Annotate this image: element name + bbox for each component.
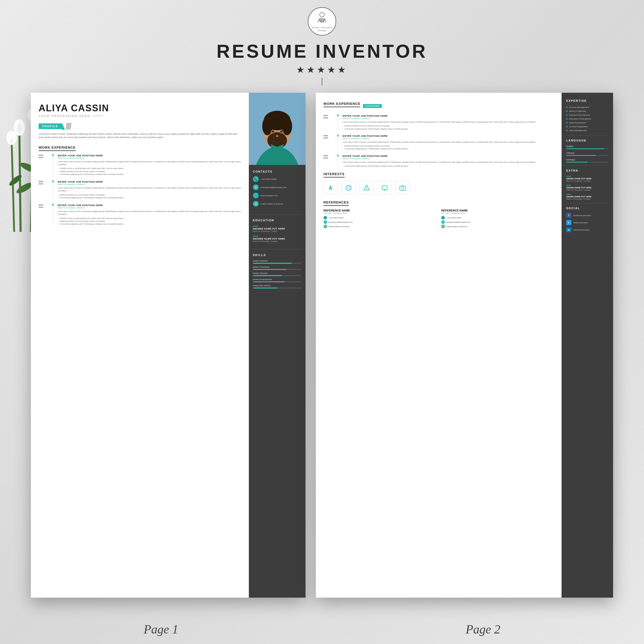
p2-work-entry-2: 2010 2014 ENTER YOUR JOB POSITION HERE N… [324, 134, 554, 150]
svg-rect-16 [319, 19, 325, 20]
expertise-dot-5 [566, 122, 567, 123]
page2-left-column: WORK EXPERIENCE CONTINUED 2010 2014 ENTE… [316, 93, 562, 598]
work-content-1: ENTER YOUR JOB POSITION HERE Name of Com… [58, 154, 241, 176]
skill-name-4: Adobe Dreamweaver [253, 278, 301, 281]
ref2-title: Job Title - Company name [441, 212, 554, 214]
main-title: Resume Inventor [217, 41, 428, 62]
work-entry-1: 2010 2014 ENTER YOUR JOB POSITION HERE N… [39, 154, 241, 176]
p2-work-dates-2: 2010 2014 [324, 134, 333, 150]
svg-rect-15 [319, 20, 325, 21]
expertise-dot-3 [566, 114, 567, 116]
education-title: EDUCATION [253, 219, 301, 222]
work-entry-3: 2010 2014 ENTER YOUR JOB POSITION HERE N… [39, 204, 241, 225]
svg-point-10 [6, 131, 17, 145]
p2-work-entry-1: 2010 2014 ENTER YOUR JOB POSITION HERE N… [324, 114, 554, 130]
work-dot-line-2 [51, 180, 55, 199]
ref2-address-icon: 🏠 [441, 225, 445, 228]
social-twitter: t twitterusername [566, 220, 608, 225]
profile-fold [62, 123, 65, 130]
expertise-dot-1 [566, 107, 567, 108]
references-grid: REFERENCE NAME Job Title - Company name … [324, 209, 554, 229]
work-content-3: ENTER YOUR JOB POSITION HERE Name of Com… [58, 204, 241, 225]
work-dates-1: 2010 2014 [39, 154, 48, 176]
pages-container: ALIYA CASSIN YOUR PROFESSION HERE PROFIL… [31, 93, 613, 598]
skill-2: Adobe Photoshop [253, 266, 301, 270]
skill-name-5: Adobe After Effects [253, 284, 301, 287]
ref1-email: ✉ examplemail@example.com [324, 220, 436, 224]
p2-work-content-2: ENTER YOUR JOB POSITION HERE Name of Com… [343, 134, 554, 150]
reference-1: REFERENCE NAME Job Title - Company name … [324, 209, 436, 229]
ref1-name: REFERENCE NAME [324, 209, 436, 212]
svg-rect-14 [320, 21, 324, 22]
extra-title: EXTRA [566, 169, 608, 172]
p2-work-dates-1: 2010 2014 [324, 114, 333, 130]
svg-point-30 [346, 185, 351, 190]
page1-right-column: CONTACTS 📞 +123 45678 9000 ✉ examplemail… [249, 93, 306, 598]
interest-tech [360, 181, 374, 195]
work-dot-line-3 [51, 204, 55, 225]
twitter-username: twitterusername [573, 222, 588, 224]
person-photo [249, 93, 306, 165]
svg-rect-37 [382, 186, 387, 189]
linkedin-icon: in [566, 227, 571, 232]
address-text: United States of America [261, 203, 283, 205]
svg-point-24 [267, 132, 287, 149]
skill-3: Adobe InDesign [253, 272, 301, 276]
extra-item-3: 2016 AWARD NAME PUT HERE Name of Company… [566, 193, 608, 200]
contact-website: 🌐 www.example.com [253, 193, 301, 198]
skill-1: Adobe Illustrator [253, 260, 301, 264]
svg-point-32 [349, 186, 350, 187]
contact-phone: 📞 +123 45678 9000 [253, 176, 301, 182]
expertise-section: EXPERTISE Account Management Market Posi… [566, 99, 608, 132]
ref2-address: 🏠 United States of America [441, 225, 554, 228]
logo-text: Modern Resume Design [308, 26, 336, 32]
extra-item-1: 2016 AWARD NAME PUT HERE Name of Company… [566, 175, 608, 182]
ref2-email-icon: ✉ [441, 220, 445, 224]
social-linkedin: in linkedinusername [566, 227, 608, 232]
website-text: www.example.com [261, 194, 278, 197]
contact-address: 🏠 United States of America [253, 201, 301, 207]
ref1-email-icon: ✉ [324, 220, 327, 224]
email-icon: ✉ [253, 184, 259, 190]
divider-1 [566, 135, 608, 136]
continued-badge: CONTINUED [363, 104, 382, 108]
skill-5: Adobe After Effects [253, 284, 301, 289]
edu-degree-1: DEGREE NAME PUT HERE [253, 227, 301, 230]
interest-photo [396, 181, 410, 195]
header-area: Modern Resume Design Resume Inventor ★★★… [0, 0, 644, 93]
profile-text: Lorem ipsum dolor sit amet, consectetur … [39, 132, 241, 139]
page1-left-column: ALIYA CASSIN YOUR PROFESSION HERE PROFIL… [31, 93, 249, 598]
ref2-email: ✉ examplemail@example.com [441, 220, 554, 224]
skills-title: SKILLS [253, 253, 301, 257]
linkedin-username: linkedinusername [573, 229, 590, 231]
ref1-title: Job Title - Company name [324, 212, 436, 214]
work-experience-section: WORK EXPERIENCE 2010 2014 ENTER YOUR JOB… [39, 145, 241, 226]
ref1-address: 🏠 United States of America [324, 225, 436, 228]
svg-point-27 [272, 131, 274, 132]
social-facebook: f facebookusername [566, 213, 608, 218]
svg-point-11 [17, 124, 21, 134]
expertise-dot-7 [566, 130, 567, 131]
education-section: EDUCATION 2016 DEGREE NAME PUT HERE Name… [249, 214, 306, 249]
expertise-item-2: Market Positioning [566, 109, 608, 113]
svg-point-29 [276, 135, 278, 137]
interests-section: INTERESTS [324, 172, 554, 195]
profile-title: PROFILE [39, 123, 62, 129]
skill-4: Adobe Dreamweaver [253, 278, 301, 282]
social-section: SOCIAL f facebookusername t twitterusern… [566, 207, 608, 232]
profile-section: PROFILE Lorem ipsum dolor sit amet, cons… [39, 123, 241, 139]
title-divider [322, 78, 322, 86]
location-icon: 🏠 [253, 201, 259, 207]
interest-travel [324, 181, 338, 195]
logo-person-icon [316, 11, 328, 26]
expertise-item-7: Team Management [566, 129, 608, 132]
expertise-item-6: Contract Negotiation [566, 125, 608, 129]
language-chinese: Chinese [566, 152, 608, 156]
p2-work-content-1: ENTER YOUR JOB POSITION HERE Name of Com… [343, 114, 554, 130]
expertise-dot-2 [566, 111, 567, 112]
ref1-phone-icon: 📞 [324, 216, 327, 219]
contacts-title: CONTACTS [253, 170, 301, 173]
edu-degree-2: DEGREE NAME PUT HERE [253, 238, 301, 240]
interest-art [342, 181, 356, 195]
references-title: REFERENCES [324, 200, 349, 206]
